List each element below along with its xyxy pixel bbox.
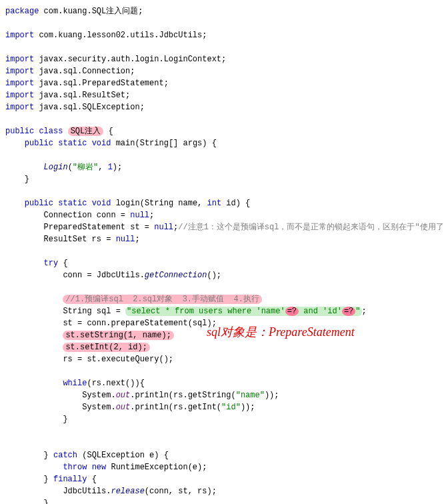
import-6: java.sql.SQLException; (34, 103, 145, 112)
kw-static: static (58, 139, 87, 148)
kw-static: static (58, 199, 87, 208)
id-str: "id" (221, 403, 241, 412)
decl-rs: ResultSet rs = (5, 235, 116, 244)
code-block: package com.kuang.SQL注入问题; import com.ku… (5, 5, 439, 504)
getconn-b: getConnection (145, 271, 207, 280)
release-a: JdbcUtils. (5, 487, 111, 496)
kw-finally: finally (53, 475, 87, 484)
kw-import: import (5, 67, 34, 76)
sys1: System (82, 391, 111, 400)
main-sig: main(String[] args) { (111, 139, 216, 148)
kw-public: public (5, 127, 34, 136)
import-3: java.sql.Connection; (34, 67, 135, 76)
kw-import: import (5, 31, 34, 40)
kw-import: import (5, 79, 34, 88)
login-sig-b: id) { (221, 199, 250, 208)
kw-null: null (154, 223, 173, 232)
kw-import: import (5, 91, 34, 100)
kw-catch: catch (53, 451, 77, 460)
sql-c: " (355, 307, 360, 316)
name-str: "name" (236, 391, 265, 400)
pkg-name: com.kuang.SQL注入问题; (39, 7, 143, 16)
sql-b: and 'id' (299, 307, 342, 316)
highlight-steps-comment: //1.预编译sql 2.sql对象 3.手动赋值 4.执行 (63, 295, 261, 304)
sql-a: "select * from users where 'name' (127, 307, 285, 316)
kw-class: class (39, 127, 63, 136)
kw-public: public (25, 199, 53, 208)
kw-throw: throw new (63, 463, 106, 472)
decl-st: PreparedStatement st = (5, 223, 154, 232)
release-c: (conn, st, rs); (145, 487, 217, 496)
import-1: com.kuang.lesson02.utils.JdbcUtils; (34, 31, 207, 40)
sql-assign: String sql = (5, 307, 125, 316)
kw-void: void (92, 199, 111, 208)
throw-body: RuntimeException(e); (106, 463, 207, 472)
out2: out (116, 403, 131, 412)
kw-void: void (92, 139, 111, 148)
getconn-a: conn = JdbcUtils. (5, 271, 145, 280)
println2: .println(rs.getInt( (130, 403, 221, 412)
kw-null: null (116, 235, 135, 244)
kw-public: public (25, 139, 53, 148)
comment-note1: //注意1：这个是预编译sql，而不是正常的锁起来语句，区别在于"使用了占位符" (178, 223, 444, 232)
sql-string-highlight: "select * from users where 'name'=? and … (125, 307, 361, 316)
kw-package: package (5, 7, 39, 16)
import-2: javax.security.auth.login.LoginContext; (34, 55, 226, 64)
login-call: Login (44, 163, 68, 172)
q2-highlight: =? (342, 307, 355, 316)
steps-comment-text: //1.预编译sql 2.sql对象 3.手动赋值 4.执行 (65, 295, 259, 304)
decl-conn: Connection conn = (5, 211, 130, 220)
login-arg-num: 1 (108, 163, 113, 172)
setint-highlight: st.setInt(2, id); (63, 343, 149, 352)
login-sig-a: login(String name, (111, 199, 207, 208)
close1: )); (265, 391, 279, 400)
kw-int: int (207, 199, 222, 208)
release-b: release (111, 487, 144, 496)
kw-while: while (63, 379, 87, 388)
kw-import: import (5, 103, 34, 112)
catch-sig: (SQLException e) { (77, 451, 169, 460)
kw-import: import (5, 55, 34, 64)
setstring-highlight: st.setString(1, name); (63, 331, 173, 340)
prep-stmt: st = conn.prepareStatement(sql); (5, 319, 217, 328)
kw-null: null (130, 211, 149, 220)
getconn-c: (); (207, 271, 221, 280)
annotation-label: sql对象是：PrepareStatement (207, 323, 355, 341)
q1-highlight: =? (285, 307, 299, 316)
kw-try: try (44, 259, 59, 268)
sys2: System (82, 403, 111, 412)
login-arg-str: "柳岩" (73, 163, 98, 172)
exec-query: rs = st.executeQuery(); (5, 355, 173, 364)
out1: out (116, 391, 131, 400)
import-4: java.sql.PreparedStatement; (34, 79, 169, 88)
class-name-highlight: SQL注入 (68, 127, 104, 136)
while-cond: (rs.next()){ (87, 379, 144, 388)
close2: )); (241, 403, 255, 412)
println1: .println(rs.getString( (130, 391, 235, 400)
import-5: java.sql.ResultSet; (34, 91, 130, 100)
